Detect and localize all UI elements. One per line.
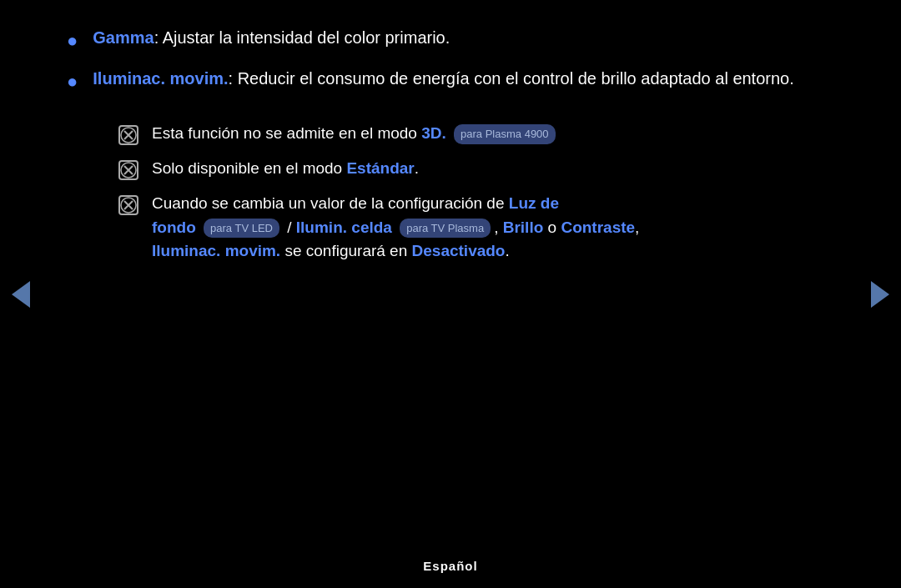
main-content: ● Gamma: Ajustar la intensidad del color… [0, 0, 901, 588]
note3-desactivado: Desactivado [412, 242, 506, 259]
note-icon-3 [117, 193, 140, 217]
note3-iluminac: Iluminac. movim. [152, 242, 280, 259]
note-items: Esta función no se admite en el modo 3D.… [117, 122, 834, 274]
bullet-text-iluminac: Iluminac. movim.: Reducir el consumo de … [93, 66, 793, 91]
bullet-item-gamma: ● Gamma: Ajustar la intensidad del color… [67, 25, 834, 54]
note-item-3: Cuando se cambia un valor de la configur… [117, 192, 834, 264]
note-item-2: Solo disponible en el modo Estándar. [117, 157, 834, 182]
note3-badge1: para TV LED [204, 219, 279, 239]
bullet-list: ● Gamma: Ajustar la intensidad del color… [67, 25, 834, 107]
note1-highlight: 3D. [421, 124, 446, 142]
bullet-dot-gamma: ● [67, 27, 78, 54]
bullet-dot-iluminac: ● [67, 68, 78, 95]
note-text-3: Cuando se cambia un valor de la configur… [152, 192, 834, 264]
right-arrow-shape [871, 281, 889, 308]
note3-contraste: Contraste [561, 219, 635, 236]
note-item-1: Esta función no se admite en el modo 3D.… [117, 122, 834, 147]
note2-highlight: Estándar [346, 159, 414, 177]
note1-badge: para Plasma 4900 [454, 124, 556, 144]
note-text-2: Solo disponible en el modo Estándar. [152, 157, 834, 181]
note3-ilumin: Ilumin. celda [296, 219, 392, 236]
nav-arrow-left[interactable] [8, 278, 33, 311]
note3-badge2: para TV Plasma [400, 219, 491, 239]
footer-language: Español [423, 559, 477, 573]
bullet-item-iluminac: ● Iluminac. movim.: Reducir el consumo d… [67, 66, 834, 95]
note3-brillo: Brillo [503, 219, 544, 236]
nav-arrow-right[interactable] [868, 278, 893, 311]
bullet-text-gamma: Gamma: Ajustar la intensidad del color p… [93, 25, 450, 50]
left-arrow-shape [12, 281, 30, 308]
note-icon-1 [117, 123, 140, 147]
note-icon-2 [117, 158, 140, 182]
iluminac-label: Iluminac. movim. [93, 69, 228, 88]
note-text-1: Esta función no se admite en el modo 3D.… [152, 122, 834, 146]
gamma-label: Gamma [93, 28, 154, 47]
